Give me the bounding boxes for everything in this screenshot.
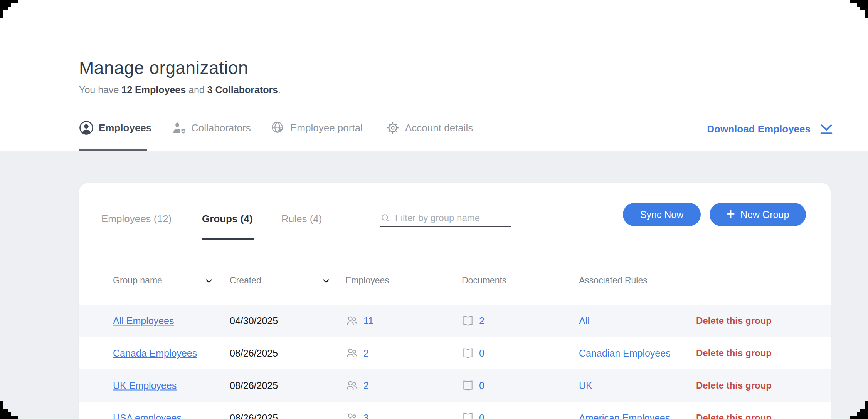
tab-employee-portal-label: Employee portal — [290, 122, 363, 134]
group-name-link[interactable]: All Employees — [113, 315, 174, 327]
tab-employees[interactable]: Employees — [79, 121, 151, 135]
table-header: Group name Created Employees Documents A… — [79, 275, 831, 288]
associated-rule-link[interactable]: Canadian Employees — [579, 348, 671, 359]
column-group-name: Group name — [113, 275, 162, 286]
filter-field — [380, 210, 511, 227]
card-divider — [79, 241, 831, 241]
group-name-link[interactable]: Canada Employees — [113, 348, 197, 359]
associated-rule-link[interactable]: All — [579, 315, 590, 327]
book-icon — [462, 315, 474, 327]
column-associated-rules: Associated Rules — [579, 275, 648, 286]
column-documents: Documents — [462, 275, 506, 286]
book-icon — [462, 379, 474, 392]
documents-cell: 0 — [462, 347, 484, 359]
documents-count-link[interactable]: 0 — [479, 348, 484, 359]
employees-cell: 3 — [345, 411, 369, 419]
page-subtitle: You have 12 Employees and 3 Collaborator… — [79, 84, 281, 96]
created-date: 08/26/2025 — [230, 380, 278, 391]
documents-cell: 0 — [462, 379, 484, 392]
table-body: All Employees 04/30/2025 11 2 All Delete… — [79, 305, 831, 419]
employees-count-link[interactable]: 11 — [363, 315, 373, 327]
documents-count-link[interactable]: 2 — [479, 315, 484, 327]
search-icon — [380, 213, 390, 223]
download-employees-button[interactable]: Download Employees — [707, 122, 834, 136]
sort-chevron-group-name-icon[interactable] — [205, 277, 213, 285]
tab-collaborators[interactable]: Collaborators — [172, 121, 251, 135]
documents-count-link[interactable]: 0 — [479, 412, 484, 419]
person-circle-icon — [79, 121, 94, 135]
created-date: 08/26/2025 — [230, 348, 278, 359]
employees-count-link[interactable]: 2 — [363, 380, 369, 391]
globe-cursor-icon — [271, 121, 285, 135]
group-name-link[interactable]: UK Employees — [113, 380, 177, 391]
collaborators-count: 3 Collaborators — [207, 84, 278, 95]
tab-collaborators-label: Collaborators — [191, 122, 251, 134]
employees-cell: 2 — [345, 379, 369, 392]
people-icon — [345, 314, 358, 327]
created-date: 04/30/2025 — [230, 315, 278, 327]
download-employees-label: Download Employees — [707, 123, 811, 135]
card-tab-rules[interactable]: Rules (4) — [281, 213, 322, 225]
tab-employees-label: Employees — [99, 122, 151, 134]
new-group-label: New Group — [740, 209, 789, 220]
table-row: Canada Employees 08/26/2025 2 0 Canadian… — [79, 337, 831, 369]
employees-count-link[interactable]: 3 — [363, 412, 369, 419]
subtitle-middle: and — [186, 84, 207, 95]
filter-input[interactable] — [395, 213, 507, 223]
content-area: Employees (12) Groups (4) Rules (4) Sync… — [0, 151, 868, 419]
page-title: Manage organization — [79, 57, 248, 78]
sort-chevron-created-icon[interactable] — [322, 277, 330, 285]
documents-cell: 0 — [462, 412, 484, 419]
employees-cell: 11 — [345, 314, 373, 327]
screen: Manage organization You have 12 Employee… — [0, 0, 868, 419]
created-date: 08/26/2025 — [230, 412, 278, 419]
download-chevron-icon — [818, 122, 834, 136]
column-employees: Employees — [345, 275, 389, 286]
associated-rule-link[interactable]: UK — [579, 380, 592, 391]
subtitle-suffix: . — [278, 84, 281, 95]
book-icon — [462, 347, 474, 359]
delete-group-button[interactable]: Delete this group — [696, 380, 772, 391]
people-icon — [345, 347, 358, 360]
tab-employee-portal[interactable]: Employee portal — [271, 121, 363, 135]
active-tab-underline — [79, 149, 147, 151]
documents-cell: 2 — [462, 315, 484, 327]
table-row: UK Employees 08/26/2025 2 0 UK Delete th… — [79, 369, 831, 402]
delete-group-button[interactable]: Delete this group — [696, 348, 772, 359]
book-icon — [462, 412, 474, 419]
delete-group-button[interactable]: Delete this group — [696, 315, 772, 326]
collaborator-shield-icon — [172, 121, 186, 135]
card-tab-groups[interactable]: Groups (4) — [202, 213, 252, 225]
associated-rule-link[interactable]: American Employees — [579, 412, 670, 419]
tab-account-details-label: Account details — [405, 122, 473, 134]
tab-account-details[interactable]: Account details — [385, 121, 473, 135]
employees-count: 12 Employees — [121, 84, 186, 95]
people-icon — [345, 411, 358, 419]
top-bar — [0, 0, 868, 54]
sync-now-button[interactable]: Sync Now — [623, 203, 701, 226]
documents-count-link[interactable]: 0 — [479, 380, 484, 391]
table-row: All Employees 04/30/2025 11 2 All Delete… — [79, 305, 831, 337]
people-icon — [345, 379, 358, 392]
table-row: USA employees 08/26/2025 3 0 American Em… — [79, 402, 831, 419]
employees-count-link[interactable]: 2 — [363, 348, 369, 359]
subtitle-prefix: You have — [79, 84, 121, 95]
employees-cell: 2 — [345, 347, 369, 360]
gear-icon — [385, 121, 400, 135]
card-active-tab-underline — [202, 238, 254, 240]
group-name-link[interactable]: USA employees — [113, 412, 182, 419]
delete-group-button[interactable]: Delete this group — [696, 412, 772, 419]
sync-now-label: Sync Now — [640, 209, 684, 220]
column-created: Created — [230, 275, 261, 286]
card-tab-employees[interactable]: Employees (12) — [101, 213, 172, 225]
page-header: Manage organization You have 12 Employee… — [0, 54, 868, 151]
groups-card: Employees (12) Groups (4) Rules (4) Sync… — [79, 183, 831, 419]
new-group-button[interactable]: + New Group — [710, 203, 806, 226]
